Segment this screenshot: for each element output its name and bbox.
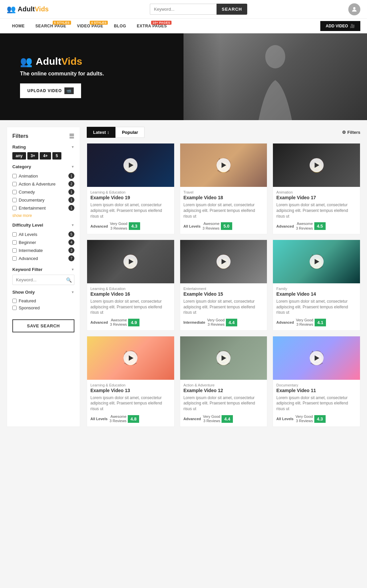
play-button[interactable] [310,158,324,172]
keyword-label[interactable]: Keyword Filter ▼ [12,267,74,272]
navbar: 👥 AdultVids SEARCH [0,0,367,19]
upload-video-button[interactable]: UPLOAD VIDEO 📹 [20,83,81,98]
search-input[interactable] [150,4,217,15]
difficulty-name: All Levels [19,232,37,237]
video-meta: Advanced Very Good3 Reviews 4.1 [276,318,357,327]
difficulty-label[interactable]: Difficulty Level ▼ [12,223,74,228]
add-video-button[interactable]: ADD VIDEO 🎥 [320,21,360,31]
comedy-checkbox[interactable] [12,190,17,194]
video-level: Advanced [276,224,294,228]
keyword-arrow-icon: ▼ [71,268,74,271]
rating-any-button[interactable]: any [12,152,26,160]
show-only-label[interactable]: Show Only ▼ [12,290,74,295]
video-thumbnail[interactable]: 🧑 [273,336,360,380]
video-description: Lorem ipsum dolor sit amet, consectetur … [184,299,264,315]
video-category: Learning & Education [90,190,171,194]
difficulty-list: All Levels 5 Beginner 4 Intermediate [12,230,74,262]
show-more-link[interactable]: show more [12,213,32,218]
play-button[interactable] [123,351,137,365]
filters-toggle-button[interactable]: ⚙ Filters [342,130,360,135]
search-bar: SEARCH [150,4,248,15]
video-thumbnail[interactable]: 🧑 [180,240,267,283]
play-button[interactable] [217,255,231,269]
play-icon [315,355,319,361]
show-only-arrow-icon: ▼ [71,290,74,294]
rating-label: Very Good3 Reviews [296,414,313,423]
video-thumbnail[interactable]: 🧑 [87,240,174,283]
video-title: Example Video 17 [276,195,357,200]
difficulty-count: 4 [68,239,74,245]
tab-popular[interactable]: Popular [115,127,144,138]
nav-video-page[interactable]: VIDEO PAGE 4 STYLES [72,19,109,33]
filter-menu-icon[interactable]: ☰ [69,132,74,140]
video-area: Latest ↕ Popular ⚙ Filters 🧑 Learning & … [80,127,360,427]
save-search-button[interactable]: Save Search [12,319,74,332]
video-title: Example Video 18 [184,195,264,200]
video-meta: Advanced Very Good3 Reviews 4.3 [90,222,171,230]
avatar[interactable] [348,3,360,15]
rating-3plus-button[interactable]: 3+ [27,152,39,160]
play-button[interactable] [310,255,324,269]
action-checkbox[interactable] [12,182,17,186]
video-category: Learning & Education [90,287,171,291]
rating-label: Awesome3 Reviews [203,222,220,230]
list-item: Action & Adventure 2 [12,180,74,188]
beginner-checkbox[interactable] [12,240,17,245]
rating-4plus-button[interactable]: 4+ [40,152,51,160]
list-item: Intermediate 3 [12,246,74,254]
documentary-checkbox[interactable] [12,198,17,202]
nav-extra-pages[interactable]: EXTRA PAGES 10+ PAGES [131,19,172,33]
play-button[interactable] [310,351,324,365]
entertainment-checkbox[interactable] [12,206,17,210]
category-list: Animation 1 Action & Adventure 2 Comedy [12,172,74,212]
advanced-checkbox[interactable] [12,256,17,261]
video-title: Example Video 15 [184,291,264,297]
play-button[interactable] [123,255,137,269]
nav-blog[interactable]: BLOG [108,19,131,33]
video-thumbnail[interactable]: 🧑 [180,336,267,380]
nav-search-page[interactable]: SEARCH PAGE 5 STYLES [30,19,72,33]
video-description: Lorem ipsum dolor sit amet, consectetur … [276,202,357,219]
hero-content: 👥 AdultVids The online community for adu… [20,56,104,98]
video-title: Example Video 19 [90,195,171,200]
video-level: Advanced [90,224,108,228]
sponsored-checkbox[interactable] [12,306,17,310]
video-info: Travel Example Video 18 Lorem ipsum dolo… [180,187,267,234]
video-info: Documentary Example Video 11 Lorem ipsum… [273,380,360,427]
video-title: Example Video 16 [90,291,171,297]
rating-label[interactable]: Rating ▼ [12,144,74,150]
rating-label: Awesome3 Reviews [109,414,126,423]
video-thumbnail[interactable]: 🧑 [87,336,174,380]
video-title: Example Video 11 [276,388,357,393]
play-button[interactable] [217,158,231,172]
video-meta: Intermediate Very Good3 Reviews 4.4 [184,318,264,327]
video-thumbnail[interactable]: 🧑 [273,143,360,187]
nav-home[interactable]: HOME [7,19,30,33]
logo-adult: Adult [18,5,35,13]
tab-latest[interactable]: Latest ↕ [87,127,115,138]
video-card: 🧑 Action & Adventure Example Video 12 Lo… [180,336,268,427]
all-levels-checkbox[interactable] [12,232,17,237]
video-thumbnail[interactable]: 🧑 [87,143,174,187]
intermediate-checkbox[interactable] [12,248,17,253]
video-card: 🧑 Travel Example Video 18 Lorem ipsum do… [180,143,268,234]
hero-tagline: The online community for adults. [20,71,104,77]
play-button[interactable] [217,351,231,365]
video-thumbnail[interactable]: 🧑 [180,143,267,187]
animation-checkbox[interactable] [12,174,17,178]
video-title: Example Video 14 [276,291,357,297]
video-meta: Advanced Awesome3 Reviews 4.5 [276,222,357,230]
video-thumbnail[interactable]: 🧑 [273,240,360,283]
video-category: Documentary [276,383,357,387]
featured-checkbox[interactable] [12,299,17,303]
video-description: Lorem ipsum dolor sit amet, consectetur … [184,202,264,219]
rating-5-button[interactable]: 5 [52,152,61,160]
keyword-input[interactable] [12,275,74,285]
category-filter: Category ▼ Animation 1 Action & Adventur… [12,164,74,218]
search-button[interactable]: SEARCH [217,4,248,15]
play-button[interactable] [123,158,137,172]
rating-filter: Rating ▼ any 3+ 4+ 5 [12,144,74,160]
video-info: Learning & Education Example Video 19 Lo… [87,187,174,234]
video-camera-icon: 📹 [64,87,74,94]
category-label[interactable]: Category ▼ [12,164,74,169]
